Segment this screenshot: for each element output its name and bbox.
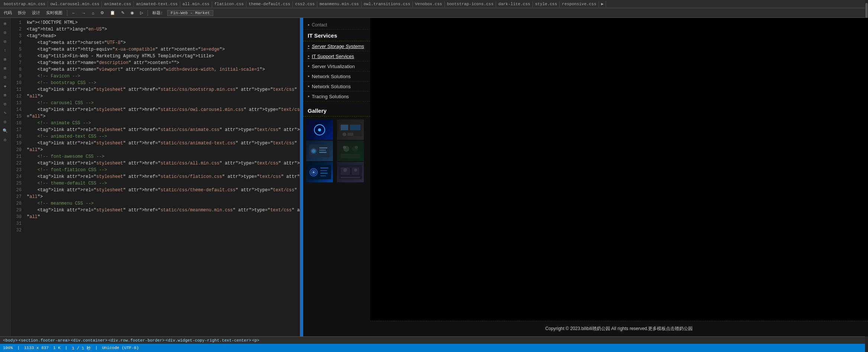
sidebar-icon-6[interactable]: ⊠ bbox=[1, 64, 9, 72]
menu-item-server-storage[interactable]: Server Storage Systems bbox=[303, 41, 370, 51]
sidebar-icon-3[interactable]: ⊟ bbox=[1, 37, 9, 45]
element-path-bar: <body> <section.footer-area> <div.contai… bbox=[0, 336, 868, 344]
svg-rect-8 bbox=[319, 147, 327, 148]
path-container[interactable]: <div.container> bbox=[71, 338, 107, 343]
toolbar-back-btn[interactable]: ← bbox=[70, 10, 77, 16]
menu-item-contact[interactable]: Contact bbox=[303, 21, 370, 29]
toolbar-edit-btn[interactable]: ✎ bbox=[120, 10, 126, 16]
status-separator-2: | bbox=[65, 346, 68, 350]
tab-theme-default[interactable]: theme-default.css bbox=[246, 1, 293, 7]
sidebar-icon-14[interactable]: ◎ bbox=[1, 135, 9, 144]
menu-item-server-virt[interactable]: Server Virtualization bbox=[303, 61, 370, 71]
sidebar-icon-4[interactable]: ↕ bbox=[1, 46, 9, 54]
path-p[interactable]: <p> bbox=[252, 338, 259, 343]
team-svg bbox=[337, 141, 364, 161]
svg-point-3 bbox=[343, 132, 346, 136]
toolbar-live-btn[interactable]: 实时视图 bbox=[45, 10, 64, 16]
toolbar-code-btn[interactable]: 代码 bbox=[2, 10, 13, 16]
office2-svg bbox=[337, 162, 364, 182]
tab-venobox[interactable]: Venobox.css bbox=[413, 1, 445, 7]
tab-bar: bootstrap.min.css owl.carousel.min.css a… bbox=[0, 0, 868, 8]
menu-item-it-support[interactable]: IT Support Services bbox=[303, 51, 370, 61]
status-info: 1 / 1 秒 bbox=[72, 345, 91, 351]
svg-point-28 bbox=[354, 169, 357, 172]
left-sidebar: ⊞ ⊡ ⊟ ↕ ⊞ ⊠ ⊡ ◈ ⊞ ⊟ ✎ ⊡ 🔍 ◎ bbox=[0, 18, 10, 336]
tab-responsive[interactable]: responsive.css bbox=[560, 1, 599, 7]
svg-point-27 bbox=[343, 168, 347, 172]
tab-css2[interactable]: css2.css bbox=[293, 1, 317, 7]
toolbar-forward-btn[interactable]: → bbox=[80, 10, 87, 16]
path-section[interactable]: <section.footer-area> bbox=[19, 338, 70, 343]
toolbar-clipboard-btn[interactable]: 📋 bbox=[108, 10, 117, 16]
gallery-thumb-3[interactable] bbox=[306, 141, 333, 161]
it-services-title: IT Services bbox=[303, 29, 370, 41]
toolbar-design-btn[interactable]: 设计 bbox=[30, 10, 42, 16]
svg-rect-21 bbox=[320, 170, 327, 171]
svg-rect-4 bbox=[347, 133, 353, 136]
tab-meanmenu[interactable]: meanmenu.min.css bbox=[317, 1, 362, 7]
server-svg bbox=[306, 141, 333, 161]
toolbar-eye-btn[interactable]: ◉ bbox=[129, 10, 136, 16]
tab-bootstrap-icons[interactable]: bootstrap-icons.css bbox=[445, 1, 496, 7]
sidebar-icon-7[interactable]: ⊡ bbox=[1, 73, 9, 81]
path-row[interactable]: <div.row.footer-border> bbox=[108, 338, 165, 343]
toolbar-home-btn[interactable]: ⌂ bbox=[90, 10, 96, 16]
svg-point-19 bbox=[312, 171, 315, 173]
gallery-thumb-6[interactable] bbox=[337, 162, 364, 182]
code-editor[interactable]: 1234567891011121314151617181920212223242… bbox=[10, 18, 300, 336]
network-svg bbox=[306, 162, 333, 182]
sidebar-icon-1[interactable]: ⊞ bbox=[1, 19, 9, 28]
status-size: 1 K bbox=[53, 346, 61, 350]
toolbar-play-btn[interactable]: ▷ bbox=[139, 10, 145, 16]
tab-dark-lite[interactable]: dark-lite.css bbox=[496, 1, 533, 7]
gallery-thumb-1[interactable] bbox=[306, 119, 333, 140]
tab-all-min[interactable]: all.min.css bbox=[180, 1, 212, 7]
tab-flaticon[interactable]: flaticon.css bbox=[212, 1, 246, 7]
sidebar-icon-12[interactable]: ⊡ bbox=[1, 118, 9, 126]
thumb-circle-icon bbox=[314, 124, 325, 135]
gallery-title: Gallery bbox=[303, 105, 370, 116]
svg-point-15 bbox=[355, 146, 358, 149]
tab-bootstrap[interactable]: bootstrap.min.css bbox=[1, 1, 48, 7]
code-panel: 1234567891011121314151617181920212223242… bbox=[10, 18, 300, 336]
sidebar-icon-2[interactable]: ⊡ bbox=[1, 28, 9, 36]
sidebar-icon-8[interactable]: ◈ bbox=[1, 82, 9, 90]
tab-animate[interactable]: animate.css bbox=[102, 1, 134, 7]
toolbar-split-btn[interactable]: 拆分 bbox=[16, 10, 27, 16]
sidebar-icon-5[interactable]: ⊞ bbox=[1, 55, 9, 63]
svg-rect-10 bbox=[319, 152, 327, 153]
toolbar-gear-btn[interactable]: ⚙ bbox=[99, 10, 106, 16]
gallery-thumb-4[interactable] bbox=[337, 141, 364, 161]
sidebar-icon-11[interactable]: ✎ bbox=[1, 109, 9, 117]
line-numbers: 1234567891011121314151617181920212223242… bbox=[10, 18, 24, 336]
tab-style[interactable]: style.css bbox=[533, 1, 560, 7]
svg-point-14 bbox=[343, 146, 346, 149]
browser-panel: Contact IT Services Server Storage Syste… bbox=[300, 18, 868, 336]
blue-accent-bar bbox=[300, 18, 303, 336]
browser-content: Contact IT Services Server Storage Syste… bbox=[300, 18, 868, 336]
tab-more[interactable]: ▶ bbox=[599, 1, 606, 7]
svg-rect-23 bbox=[320, 175, 326, 176]
menu-item-network-2[interactable]: Network Solutions bbox=[303, 81, 370, 92]
svg-rect-20 bbox=[320, 167, 328, 169]
svg-rect-22 bbox=[320, 173, 328, 174]
tab-animated-text[interactable]: animated-text.css bbox=[134, 1, 180, 7]
sidebar-icon-10[interactable]: ⊟ bbox=[1, 100, 9, 108]
path-body[interactable]: <body> bbox=[3, 338, 18, 343]
menu-item-network-1[interactable]: Network Solutions bbox=[303, 71, 370, 81]
site-body bbox=[370, 18, 868, 321]
svg-rect-29 bbox=[341, 177, 360, 178]
path-widget[interactable]: <div.widget-copy-right.text-center> bbox=[165, 338, 251, 343]
tab-owl-carousel[interactable]: owl.carousel.min.css bbox=[48, 1, 102, 7]
code-content[interactable]: kw"><!DOCTYPE HTML><tag">html attr">lang… bbox=[24, 18, 300, 336]
site-sidebar: Contact IT Services Server Storage Syste… bbox=[303, 18, 370, 336]
gallery-thumb-2[interactable] bbox=[337, 119, 364, 140]
gallery-thumb-5[interactable] bbox=[306, 162, 333, 182]
gallery-grid bbox=[303, 116, 370, 185]
status-bar: 100% | 1133 x 837 1 K | 1 / 1 秒 | Unicod… bbox=[0, 344, 868, 352]
sidebar-icon-9[interactable]: ⊞ bbox=[1, 91, 9, 99]
sidebar-icon-13[interactable]: 🔍 bbox=[1, 127, 9, 135]
tab-owl-transitions[interactable]: owl.transitions.css bbox=[362, 1, 413, 7]
svg-rect-9 bbox=[319, 150, 326, 151]
menu-item-tracing[interactable]: Tracing Solutions bbox=[303, 92, 370, 102]
